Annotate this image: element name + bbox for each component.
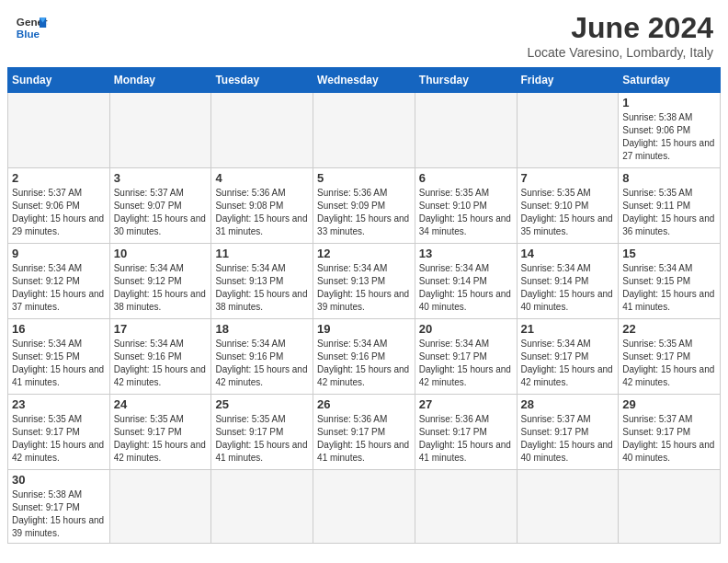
calendar-cell: 9Sunrise: 5:34 AM Sunset: 9:12 PM Daylig… — [8, 244, 110, 319]
day-info: Sunrise: 5:34 AM Sunset: 9:14 PM Dayligh… — [521, 262, 615, 314]
day-info: Sunrise: 5:37 AM Sunset: 9:17 PM Dayligh… — [622, 413, 716, 465]
day-number: 19 — [317, 322, 411, 336]
calendar-title: June 2024 — [527, 11, 713, 45]
week-row-0: 1Sunrise: 5:38 AM Sunset: 9:06 PM Daylig… — [8, 93, 721, 168]
day-number: 27 — [419, 397, 513, 411]
day-number: 15 — [622, 247, 716, 260]
calendar-cell — [109, 470, 211, 544]
col-monday: Monday — [109, 68, 211, 93]
calendar-cell: 6Sunrise: 5:35 AM Sunset: 9:10 PM Daylig… — [415, 168, 517, 244]
day-info: Sunrise: 5:37 AM Sunset: 9:17 PM Dayligh… — [521, 413, 615, 465]
col-tuesday: Tuesday — [211, 68, 313, 93]
calendar-cell: 19Sunrise: 5:34 AM Sunset: 9:16 PM Dayli… — [313, 319, 415, 395]
day-info: Sunrise: 5:34 AM Sunset: 9:17 PM Dayligh… — [419, 338, 513, 389]
day-info: Sunrise: 5:35 AM Sunset: 9:17 PM Dayligh… — [215, 413, 309, 465]
header-row: Sunday Monday Tuesday Wednesday Thursday… — [8, 68, 721, 93]
calendar-cell — [313, 93, 415, 168]
day-info: Sunrise: 5:38 AM Sunset: 9:06 PM Dayligh… — [622, 111, 716, 163]
day-number: 23 — [12, 397, 106, 411]
day-info: Sunrise: 5:34 AM Sunset: 9:16 PM Dayligh… — [317, 338, 411, 389]
calendar-cell: 15Sunrise: 5:34 AM Sunset: 9:15 PM Dayli… — [619, 244, 721, 319]
day-number: 7 — [521, 171, 615, 185]
day-info: Sunrise: 5:36 AM Sunset: 9:09 PM Dayligh… — [317, 187, 411, 238]
day-info: Sunrise: 5:38 AM Sunset: 9:17 PM Dayligh… — [12, 488, 106, 540]
week-row-1: 2Sunrise: 5:37 AM Sunset: 9:06 PM Daylig… — [8, 168, 721, 244]
col-wednesday: Wednesday — [313, 68, 415, 93]
day-number: 10 — [114, 247, 208, 260]
day-number: 26 — [317, 397, 411, 411]
calendar-cell: 21Sunrise: 5:34 AM Sunset: 9:17 PM Dayli… — [517, 319, 619, 395]
calendar-cell: 10Sunrise: 5:34 AM Sunset: 9:12 PM Dayli… — [109, 244, 211, 319]
calendar-cell — [517, 470, 619, 544]
week-row-5: 30Sunrise: 5:38 AM Sunset: 9:17 PM Dayli… — [8, 470, 721, 544]
day-number: 21 — [521, 322, 615, 336]
day-number: 4 — [215, 171, 309, 185]
calendar-cell — [211, 93, 313, 168]
day-number: 11 — [215, 247, 309, 260]
calendar-cell: 18Sunrise: 5:34 AM Sunset: 9:16 PM Dayli… — [211, 319, 313, 395]
logo-icon: General Blue — [15, 11, 48, 44]
day-info: Sunrise: 5:34 AM Sunset: 9:16 PM Dayligh… — [215, 338, 309, 389]
calendar-cell — [313, 470, 415, 544]
day-info: Sunrise: 5:37 AM Sunset: 9:06 PM Dayligh… — [12, 187, 106, 238]
day-number: 29 — [622, 397, 716, 411]
day-info: Sunrise: 5:34 AM Sunset: 9:15 PM Dayligh… — [622, 262, 716, 314]
day-number: 25 — [215, 397, 309, 411]
day-info: Sunrise: 5:35 AM Sunset: 9:10 PM Dayligh… — [419, 187, 513, 238]
day-number: 16 — [12, 322, 106, 336]
day-number: 8 — [622, 171, 716, 185]
day-number: 9 — [12, 247, 106, 260]
day-info: Sunrise: 5:35 AM Sunset: 9:17 PM Dayligh… — [114, 413, 208, 465]
day-number: 5 — [317, 171, 411, 185]
day-info: Sunrise: 5:34 AM Sunset: 9:13 PM Dayligh… — [317, 262, 411, 314]
day-number: 28 — [521, 397, 615, 411]
calendar-cell: 7Sunrise: 5:35 AM Sunset: 9:10 PM Daylig… — [517, 168, 619, 244]
week-row-3: 16Sunrise: 5:34 AM Sunset: 9:15 PM Dayli… — [8, 319, 721, 395]
day-info: Sunrise: 5:34 AM Sunset: 9:12 PM Dayligh… — [114, 262, 208, 314]
calendar-cell: 8Sunrise: 5:35 AM Sunset: 9:11 PM Daylig… — [619, 168, 721, 244]
week-row-2: 9Sunrise: 5:34 AM Sunset: 9:12 PM Daylig… — [8, 244, 721, 319]
calendar-wrapper: Sunday Monday Tuesday Wednesday Thursday… — [0, 67, 728, 551]
logo: General Blue — [15, 11, 48, 44]
calendar-cell: 25Sunrise: 5:35 AM Sunset: 9:17 PM Dayli… — [211, 395, 313, 470]
calendar-cell: 2Sunrise: 5:37 AM Sunset: 9:06 PM Daylig… — [8, 168, 110, 244]
day-number: 2 — [12, 171, 106, 185]
calendar-cell: 29Sunrise: 5:37 AM Sunset: 9:17 PM Dayli… — [619, 395, 721, 470]
page-header: General Blue June 2024 Locate Varesino, … — [0, 0, 728, 67]
calendar-cell: 26Sunrise: 5:36 AM Sunset: 9:17 PM Dayli… — [313, 395, 415, 470]
calendar-cell: 27Sunrise: 5:36 AM Sunset: 9:17 PM Dayli… — [415, 395, 517, 470]
day-number: 14 — [521, 247, 615, 260]
day-number: 3 — [114, 171, 208, 185]
day-info: Sunrise: 5:37 AM Sunset: 9:07 PM Dayligh… — [114, 187, 208, 238]
day-number: 6 — [419, 171, 513, 185]
day-number: 22 — [622, 322, 716, 336]
calendar-cell: 3Sunrise: 5:37 AM Sunset: 9:07 PM Daylig… — [109, 168, 211, 244]
calendar-cell: 30Sunrise: 5:38 AM Sunset: 9:17 PM Dayli… — [8, 470, 110, 544]
calendar-cell: 22Sunrise: 5:35 AM Sunset: 9:17 PM Dayli… — [619, 319, 721, 395]
calendar-cell: 13Sunrise: 5:34 AM Sunset: 9:14 PM Dayli… — [415, 244, 517, 319]
calendar-table: Sunday Monday Tuesday Wednesday Thursday… — [7, 67, 721, 544]
day-info: Sunrise: 5:35 AM Sunset: 9:11 PM Dayligh… — [622, 187, 716, 238]
day-info: Sunrise: 5:36 AM Sunset: 9:17 PM Dayligh… — [317, 413, 411, 465]
col-saturday: Saturday — [619, 68, 721, 93]
calendar-cell: 23Sunrise: 5:35 AM Sunset: 9:17 PM Dayli… — [8, 395, 110, 470]
day-info: Sunrise: 5:35 AM Sunset: 9:17 PM Dayligh… — [12, 413, 106, 465]
calendar-cell — [109, 93, 211, 168]
calendar-cell — [619, 470, 721, 544]
calendar-cell: 11Sunrise: 5:34 AM Sunset: 9:13 PM Dayli… — [211, 244, 313, 319]
day-number: 13 — [419, 247, 513, 260]
day-number: 12 — [317, 247, 411, 260]
day-info: Sunrise: 5:34 AM Sunset: 9:13 PM Dayligh… — [215, 262, 309, 314]
day-number: 20 — [419, 322, 513, 336]
calendar-cell — [517, 93, 619, 168]
col-sunday: Sunday — [8, 68, 110, 93]
calendar-cell: 16Sunrise: 5:34 AM Sunset: 9:15 PM Dayli… — [8, 319, 110, 395]
calendar-cell: 4Sunrise: 5:36 AM Sunset: 9:08 PM Daylig… — [211, 168, 313, 244]
calendar-cell: 28Sunrise: 5:37 AM Sunset: 9:17 PM Dayli… — [517, 395, 619, 470]
day-number: 18 — [215, 322, 309, 336]
day-number: 30 — [12, 473, 106, 487]
day-info: Sunrise: 5:36 AM Sunset: 9:08 PM Dayligh… — [215, 187, 309, 238]
calendar-cell: 1Sunrise: 5:38 AM Sunset: 9:06 PM Daylig… — [619, 93, 721, 168]
calendar-cell: 14Sunrise: 5:34 AM Sunset: 9:14 PM Dayli… — [517, 244, 619, 319]
calendar-cell: 20Sunrise: 5:34 AM Sunset: 9:17 PM Dayli… — [415, 319, 517, 395]
